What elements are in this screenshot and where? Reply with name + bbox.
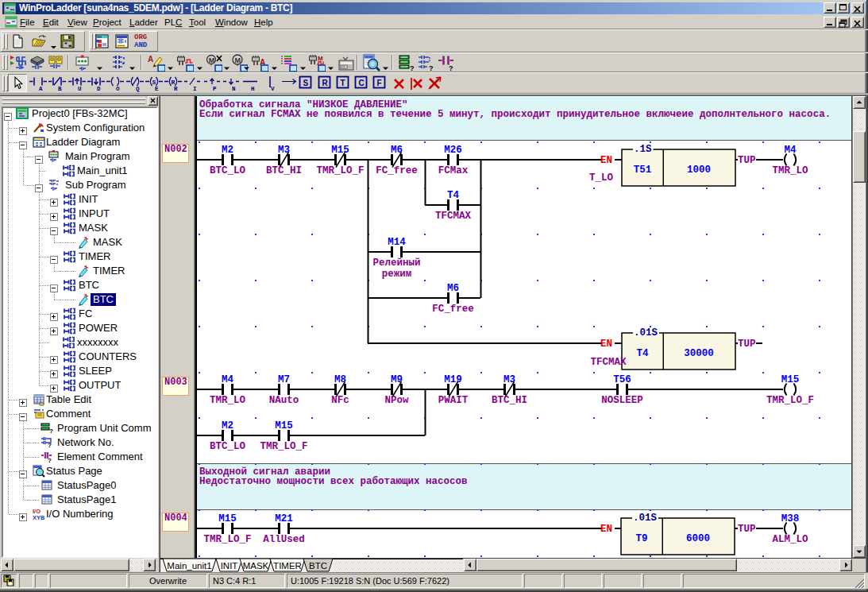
svg-text:E: E xyxy=(155,86,159,92)
svg-text:M26: M26 xyxy=(444,145,462,156)
svg-text:6000: 6000 xyxy=(686,533,710,544)
svg-text:TMR_LO_F: TMR_LO_F xyxy=(260,441,307,452)
svg-text:Если сигнал FCMAX не появился: Если сигнал FCMAX не появился в течение … xyxy=(199,109,831,120)
svg-text:Main_unit1: Main_unit1 xyxy=(167,561,211,571)
svg-text:TMR_LO_F: TMR_LO_F xyxy=(203,534,251,545)
svg-text:FCMax: FCMax xyxy=(438,165,469,176)
svg-text:D: D xyxy=(97,86,101,92)
svg-text:M21: M21 xyxy=(275,513,293,524)
svg-text:S: S xyxy=(303,79,309,87)
svg-text:M2: M2 xyxy=(222,145,233,156)
svg-text:?: ? xyxy=(48,457,52,463)
svg-text:Q: Q xyxy=(136,86,140,92)
svg-text:?: ? xyxy=(449,64,453,72)
svg-text:INIT: INIT xyxy=(221,561,238,571)
svg-text:AllUsed: AllUsed xyxy=(263,534,305,545)
svg-text:T9: T9 xyxy=(635,533,647,544)
svg-text:M19: M19 xyxy=(444,374,462,385)
svg-text:NAuto: NAuto xyxy=(269,395,299,406)
svg-text:M6: M6 xyxy=(447,283,459,294)
svg-text:R: R xyxy=(322,79,329,87)
svg-text:EN: EN xyxy=(600,524,612,535)
svg-text:A: A xyxy=(39,86,43,92)
svg-text:M15: M15 xyxy=(275,420,293,431)
svg-text:TFCMAX: TFCMAX xyxy=(590,357,627,368)
svg-text:PWAIT: PWAIT xyxy=(438,395,469,406)
svg-text:.1S: .1S xyxy=(634,144,652,155)
svg-text:MASK: MASK xyxy=(243,561,269,571)
svg-text:TMR_LO: TMR_LO xyxy=(772,165,808,176)
svg-text:U: U xyxy=(78,86,82,92)
svg-text:?: ? xyxy=(410,64,415,72)
svg-text:M9: M9 xyxy=(391,374,403,385)
svg-text:M14: M14 xyxy=(388,237,406,248)
svg-text:B: B xyxy=(58,86,62,92)
svg-text:?: ? xyxy=(49,428,53,435)
svg-text:M6: M6 xyxy=(391,145,403,156)
svg-text:M15: M15 xyxy=(218,513,237,524)
svg-text:M3: M3 xyxy=(503,374,515,385)
svg-text:T4: T4 xyxy=(447,190,460,201)
svg-text:M38: M38 xyxy=(781,513,800,524)
svg-text:Релейный: Релейный xyxy=(372,257,420,269)
svg-text:TMR_LO_F: TMR_LO_F xyxy=(766,395,814,406)
svg-text:BTC_LO: BTC_LO xyxy=(210,441,246,452)
svg-text:XYB: XYB xyxy=(33,514,45,520)
svg-text:BTC_HI: BTC_HI xyxy=(492,395,527,406)
svg-text:N: N xyxy=(232,86,236,92)
svg-text:?: ? xyxy=(48,442,52,449)
svg-text:M8: M8 xyxy=(334,374,346,385)
svg-text:FC_free: FC_free xyxy=(432,304,474,315)
svg-text:M: M xyxy=(209,56,215,64)
svg-text:BTC_HI: BTC_HI xyxy=(266,165,302,176)
svg-text:V: V xyxy=(271,86,275,92)
svg-text:T4: T4 xyxy=(636,348,649,359)
svg-text:TIMER: TIMER xyxy=(273,561,302,571)
svg-text:M15: M15 xyxy=(331,145,349,156)
svg-text:S: S xyxy=(152,79,156,86)
svg-text:T_LO: T_LO xyxy=(589,172,614,184)
svg-text:H: H xyxy=(251,86,255,92)
svg-text:I: I xyxy=(193,86,197,92)
svg-text:Недостаточно мощности всех раб: Недостаточно мощности всех работающих на… xyxy=(199,475,468,487)
svg-text:O: O xyxy=(116,86,120,92)
svg-text:T: T xyxy=(341,79,345,87)
svg-text:?: ? xyxy=(429,64,434,72)
svg-text:M4: M4 xyxy=(222,374,234,385)
svg-text:M7: M7 xyxy=(278,374,290,385)
svg-text:TUP: TUP xyxy=(738,155,756,166)
svg-text:TMR_LO_F: TMR_LO_F xyxy=(316,165,364,176)
svg-text:M15: M15 xyxy=(781,374,800,385)
svg-text:BTC: BTC xyxy=(309,561,327,571)
svg-text:R: R xyxy=(172,79,176,86)
svg-text:.01S: .01S xyxy=(633,513,658,524)
svg-text:TUP: TUP xyxy=(738,339,756,350)
svg-text:M: M xyxy=(235,56,241,64)
svg-text:F: F xyxy=(377,79,382,87)
svg-text:30000: 30000 xyxy=(684,348,714,359)
svg-text:TUP: TUP xyxy=(738,524,756,535)
svg-text:M4: M4 xyxy=(784,145,797,156)
svg-text:.01S: .01S xyxy=(634,327,658,339)
svg-text:ALM_LO: ALM_LO xyxy=(772,534,808,545)
svg-text:T51: T51 xyxy=(634,164,652,176)
svg-text:R: R xyxy=(174,86,178,92)
svg-text:1000: 1000 xyxy=(687,164,711,176)
svg-text:M2: M2 xyxy=(222,420,233,431)
svg-text:NOSLEEP: NOSLEEP xyxy=(601,395,643,406)
svg-text:TFCMAX: TFCMAX xyxy=(435,211,472,222)
svg-text:M: M xyxy=(318,55,323,62)
svg-text:P: P xyxy=(213,86,217,92)
svg-text:режим: режим xyxy=(382,269,412,280)
svg-text:NFc: NFc xyxy=(331,395,349,406)
svg-text:NPow: NPow xyxy=(384,395,409,406)
svg-text:EN: EN xyxy=(600,339,612,350)
svg-text:EN: EN xyxy=(600,155,612,166)
svg-text:TMR_LO: TMR_LO xyxy=(210,395,246,406)
svg-text:BTC_LO: BTC_LO xyxy=(210,165,246,176)
svg-text:FC_free: FC_free xyxy=(376,165,418,176)
svg-text:A: A xyxy=(148,55,153,64)
svg-text:M3: M3 xyxy=(278,145,290,156)
svg-text:C: C xyxy=(359,79,365,87)
svg-text:T56: T56 xyxy=(613,374,631,385)
